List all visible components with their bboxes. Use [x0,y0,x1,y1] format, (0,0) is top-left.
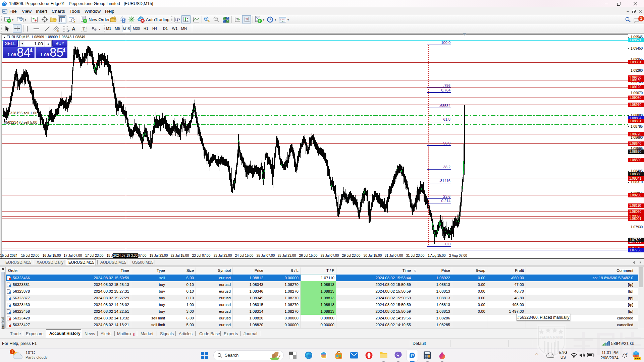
svg-text:z: z [627,352,628,354]
svg-text:P: P [411,353,414,358]
